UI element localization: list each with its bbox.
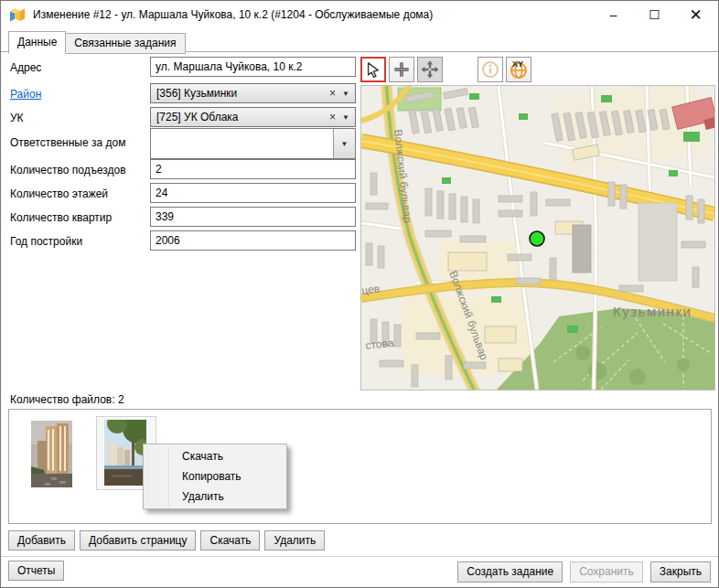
context-menu-gutter (144, 466, 169, 486)
info-icon (481, 60, 499, 79)
clear-icon[interactable]: × (325, 87, 340, 100)
year-label: Год постройки (10, 235, 82, 248)
file-actions: Добавить Добавить страницу Скачать Удали… (8, 530, 325, 551)
map-canvas[interactable]: Волжский бульвар Волжский бульвар Кузьми… (361, 86, 714, 390)
xy-globe-icon: XY (509, 59, 529, 80)
file-thumbnail-2[interactable] (104, 420, 146, 486)
move-arrows-icon (421, 60, 439, 79)
year-input[interactable]: 2006 (150, 230, 356, 251)
xy-coordinates-tool[interactable]: XY (506, 57, 531, 82)
context-menu-copy[interactable]: Копировать (144, 466, 286, 486)
context-menu-download[interactable]: Скачать (144, 446, 286, 466)
footer-divider (1, 556, 718, 557)
district-link[interactable]: Район (10, 88, 41, 101)
floors-input[interactable]: 24 (150, 183, 356, 203)
apartments-label: Количество квартир (10, 211, 112, 224)
chevron-down-icon[interactable]: ▼ (340, 90, 351, 98)
maximize-button[interactable]: ☐ (634, 1, 675, 28)
save-button: Сохранить (570, 561, 643, 583)
entrances-label: Количество подъездов (10, 164, 126, 176)
address-label: Адрес (10, 61, 41, 74)
entrances-input[interactable]: 2 (150, 159, 356, 179)
download-file-button[interactable]: Скачать (200, 530, 260, 551)
clear-icon[interactable]: × (325, 111, 340, 123)
chevron-down-icon[interactable]: ▼ (333, 129, 355, 158)
delete-file-button[interactable]: Удалить (264, 530, 325, 551)
chevron-down-icon[interactable]: ▼ (340, 113, 351, 122)
context-menu-gutter (144, 446, 169, 466)
close-button[interactable]: ✕ (675, 1, 716, 28)
crosshair-tool[interactable] (389, 57, 414, 82)
uk-combobox[interactable]: [725] УК Облака × ▼ (150, 107, 356, 127)
add-page-button[interactable]: Добавить страницу (80, 530, 196, 551)
select-cursor-tool[interactable] (360, 57, 386, 82)
map-label-partial-top: цев (361, 282, 381, 297)
district-combobox[interactable]: [356] Кузьминки × ▼ (150, 83, 356, 103)
context-menu-delete[interactable]: Удалить (144, 486, 286, 507)
map-label-district: Кузьминки (613, 304, 692, 319)
title-bar: Изменение #12 - ул. Маршала Чуйкова, 10 … (1, 1, 718, 28)
responsible-label: Ответственные за дом (10, 136, 125, 149)
files-count-label: Количество файлов: 2 (10, 393, 124, 406)
plus-icon (393, 61, 410, 78)
context-menu: Скачать Копировать Удалить (143, 444, 287, 509)
address-input[interactable]: ул. Маршала Чуйкова, 10 к.2 (150, 57, 356, 77)
app-icon (9, 6, 26, 23)
close-dialog-button[interactable]: Закрыть (650, 561, 711, 583)
dialog-window: Изменение #12 - ул. Маршала Чуйкова, 10 … (0, 0, 719, 588)
cursor-icon (365, 61, 381, 78)
minimize-button[interactable]: – (593, 1, 634, 28)
tab-related-tasks[interactable]: Связанные задания (65, 33, 185, 54)
window-title: Изменение #12 - ул. Маршала Чуйкова, 10 … (33, 8, 433, 21)
add-file-button[interactable]: Добавить (8, 530, 75, 551)
uk-label: УК (10, 112, 24, 124)
map-panel: Волжский бульвар Волжский бульвар Кузьми… (360, 85, 715, 390)
responsible-combobox[interactable]: ▼ (150, 128, 356, 159)
pan-tool[interactable] (417, 57, 443, 82)
apartments-input[interactable]: 339 (150, 207, 356, 227)
svg-text:XY: XY (512, 59, 523, 69)
reports-button[interactable]: Отчеты (8, 561, 64, 581)
tab-data[interactable]: Данные (8, 31, 66, 54)
context-menu-gutter (144, 486, 169, 507)
tab-strip: Данные Связанные задания (8, 31, 185, 54)
floors-label: Количество этажей (10, 187, 108, 200)
file-thumbnail-1[interactable] (31, 421, 72, 487)
footer-actions: Создать задание Сохранить Закрыть (457, 561, 711, 583)
info-tool[interactable] (478, 57, 503, 82)
create-task-button[interactable]: Создать задание (457, 561, 563, 583)
files-panel (8, 409, 712, 524)
map-marker[interactable] (530, 231, 544, 246)
